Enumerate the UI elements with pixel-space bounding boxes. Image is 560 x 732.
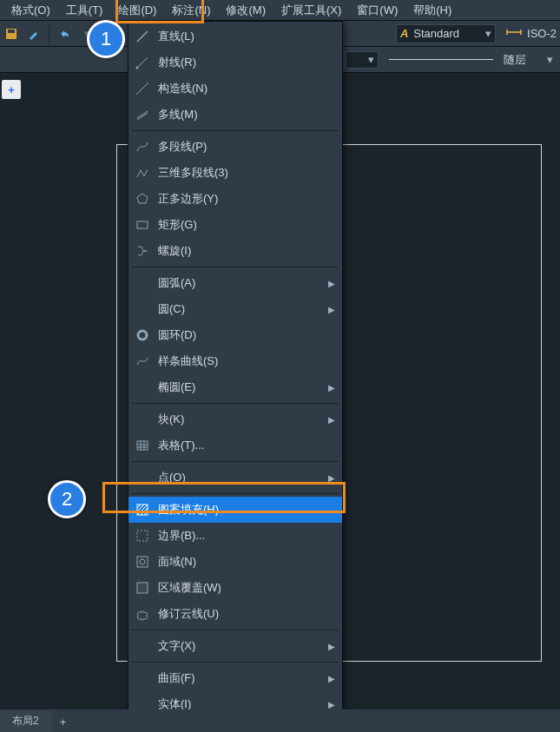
- revcloud-icon: [132, 607, 153, 621]
- menu-item-revcloud[interactable]: 修订云线(U): [128, 601, 342, 627]
- svg-line-7: [137, 113, 148, 120]
- undo-dropdown-icon[interactable]: ▾: [78, 25, 96, 43]
- new-tab-button[interactable]: +: [2, 80, 21, 99]
- svg-rect-1: [8, 30, 15, 33]
- menu-item-rect[interactable]: 矩形(G): [128, 212, 342, 238]
- svg-rect-11: [137, 441, 148, 450]
- menu-item-label: 点(O): [153, 470, 328, 485]
- dim-style-selector[interactable]: ISO-2: [503, 24, 560, 43]
- menu-draw[interactable]: 绘图(D): [110, 0, 164, 21]
- linetype-dropdown[interactable]: ▾: [346, 51, 379, 69]
- menu-format[interactable]: 格式(O): [3, 0, 58, 21]
- dim-style-label: ISO-2: [527, 27, 557, 40]
- submenu-arrow-icon: ▶: [328, 674, 335, 683]
- add-layout-button[interactable]: +: [53, 712, 74, 732]
- dim-icon: [506, 26, 522, 41]
- menu-tools[interactable]: 工具(T): [58, 0, 111, 21]
- menu-item-label: 文字(X): [153, 638, 328, 654]
- menu-item-label: 面域(N): [153, 554, 335, 570]
- menu-item-label: 表格(T)...: [153, 438, 335, 453]
- menu-item-label: 图案填充(H)...: [153, 502, 335, 518]
- pline3d-icon: [132, 166, 153, 180]
- svg-line-3: [137, 57, 148, 68]
- svg-point-4: [136, 67, 139, 69]
- svg-line-21: [144, 511, 148, 515]
- menu-item-label: 多段线(P): [153, 139, 335, 155]
- menu-item-surface[interactable]: 曲面(F)▶: [128, 665, 342, 691]
- menu-item-label: 边界(B)...: [153, 528, 335, 544]
- separator: [49, 25, 49, 43]
- menu-item-block[interactable]: 块(K)▶: [128, 406, 342, 432]
- svg-rect-9: [137, 221, 148, 228]
- brush-icon[interactable]: [25, 25, 43, 43]
- submenu-arrow-icon: ▶: [328, 700, 335, 709]
- menu-item-hatch[interactable]: 图案填充(H)...: [128, 497, 342, 523]
- pline-icon: [132, 140, 153, 154]
- menu-item-pline[interactable]: 多段线(P): [128, 134, 342, 160]
- menu-item-donut[interactable]: 圆环(D): [128, 322, 342, 348]
- menu-item-line[interactable]: 直线(L): [128, 23, 342, 49]
- menu-item-ray[interactable]: 射线(R): [128, 49, 342, 76]
- menu-item-pline3d[interactable]: 三维多段线(3): [128, 160, 342, 186]
- menu-item-xline[interactable]: 构造线(N): [128, 76, 342, 102]
- chevron-down-icon[interactable]: ▾: [547, 53, 553, 66]
- draw-menu-panel: 直线(L)射线(R)构造线(N)多线(M)多段线(P)三维多段线(3)正多边形(…: [128, 21, 343, 720]
- menu-item-text[interactable]: 文字(X)▶: [128, 633, 342, 659]
- menu-item-mline[interactable]: 多线(M): [128, 102, 342, 128]
- text-style-selector[interactable]: A Standard ▾: [396, 24, 496, 43]
- save-icon[interactable]: [3, 25, 20, 43]
- menu-separator: [132, 267, 339, 267]
- menu-annotate[interactable]: 标注(N): [164, 0, 218, 21]
- svg-line-18: [137, 504, 144, 511]
- menu-item-helix[interactable]: 螺旋(I): [128, 238, 342, 264]
- menu-separator: [132, 630, 339, 630]
- boundary-icon: [132, 529, 153, 543]
- menu-window[interactable]: 窗口(W): [349, 0, 405, 21]
- submenu-arrow-icon: ▶: [328, 383, 335, 392]
- menu-item-table[interactable]: 表格(T)...: [128, 432, 342, 458]
- menu-item-label: 区域覆盖(W): [153, 580, 335, 596]
- menu-item-label: 三维多段线(3): [153, 165, 335, 181]
- menu-item-arc[interactable]: 圆弧(A)▶: [128, 270, 342, 296]
- svg-point-24: [140, 559, 145, 564]
- menu-item-ellipse[interactable]: 椭圆(E)▶: [128, 374, 342, 400]
- menu-extensions[interactable]: 扩展工具(X): [273, 0, 349, 21]
- menu-item-label: 多线(M): [153, 107, 335, 122]
- submenu-arrow-icon: ▶: [328, 305, 335, 314]
- undo-icon[interactable]: [56, 25, 73, 43]
- menu-item-circle[interactable]: 圆(C)▶: [128, 296, 342, 322]
- donut-icon: [132, 328, 153, 342]
- rect-icon: [132, 218, 153, 232]
- menu-item-boundary[interactable]: 边界(B)...: [128, 523, 342, 549]
- menu-modify[interactable]: 修改(M): [218, 0, 273, 21]
- svg-point-10: [138, 331, 147, 340]
- line-icon: [132, 30, 153, 43]
- menu-item-label: 矩形(G): [153, 217, 335, 233]
- menu-item-label: 椭圆(E): [153, 379, 328, 395]
- menu-item-label: 圆(C): [153, 301, 328, 317]
- svg-line-5: [136, 82, 148, 95]
- layout-tab[interactable]: 布局2: [0, 710, 51, 732]
- menu-item-label: 圆弧(A): [153, 275, 328, 291]
- table-icon: [132, 439, 153, 452]
- left-palette: +: [2, 80, 24, 99]
- menu-item-label: 修订云线(U): [153, 606, 335, 622]
- menu-item-polygon[interactable]: 正多边形(Y): [128, 186, 342, 212]
- menu-help[interactable]: 帮助(H): [405, 0, 459, 21]
- polygon-icon: [132, 192, 153, 206]
- menu-item-point[interactable]: 点(O)▶: [128, 465, 342, 491]
- menu-item-label: 直线(L): [153, 29, 335, 44]
- menu-item-label: 曲面(F): [153, 670, 328, 686]
- ray-icon: [132, 56, 153, 69]
- menu-item-wipeout[interactable]: 区域覆盖(W): [128, 575, 342, 601]
- menu-bar: 格式(O) 工具(T) 绘图(D) 标注(N) 修改(M) 扩展工具(X) 窗口…: [0, 0, 560, 21]
- svg-rect-23: [137, 557, 148, 567]
- mline-icon: [132, 108, 153, 122]
- submenu-arrow-icon: ▶: [328, 279, 335, 288]
- text-style-a-icon: A: [400, 27, 408, 40]
- menu-item-label: 构造线(N): [153, 81, 335, 96]
- linetype-label: 随层: [504, 52, 526, 68]
- xline-icon: [132, 82, 153, 96]
- menu-item-region[interactable]: 面域(N): [128, 549, 342, 575]
- menu-item-spline[interactable]: 样条曲线(S): [128, 348, 342, 374]
